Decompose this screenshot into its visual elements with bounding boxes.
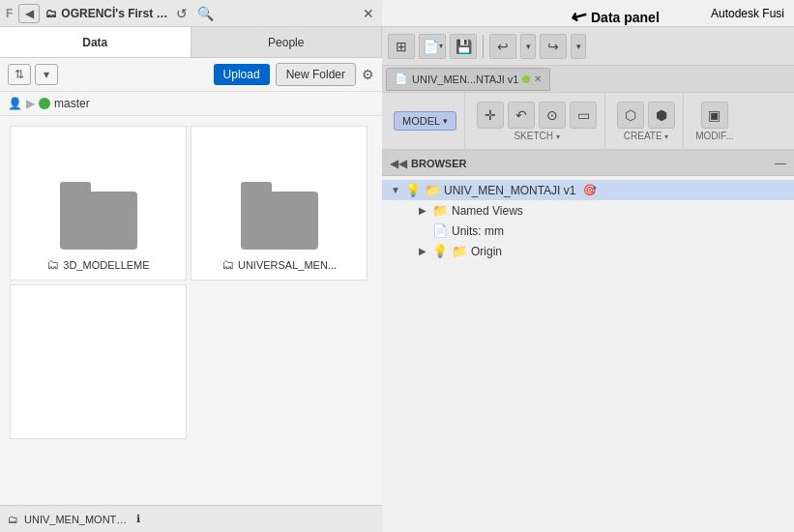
ribbon-group-create: ⬡ ⬢ CREATE ▾ bbox=[609, 93, 684, 149]
close-button[interactable]: ✕ bbox=[361, 4, 376, 23]
toolbar-separator-1 bbox=[483, 35, 484, 58]
left-panel: F ◀ 🗂 OGRENCİ's First … ↺ 🔍 ✕ Data Peopl… bbox=[0, 0, 382, 532]
tab-data[interactable]: Data bbox=[0, 27, 191, 57]
model-label: MODEL bbox=[402, 115, 440, 127]
browser-tree: ▼ 💡 📁 UNIV_MEN_MONTAJI v1 🎯 ▶ 📁 Named Vi… bbox=[382, 176, 794, 532]
target-icon: 🎯 bbox=[583, 184, 597, 196]
file-item-3d[interactable]: 🗂 3D_MODELLEME bbox=[10, 126, 187, 281]
breadcrumb: 🗂 OGRENCİ's First … bbox=[45, 7, 167, 20]
named-views-expand-icon[interactable]: ▶ bbox=[417, 205, 428, 217]
tree-root[interactable]: ▼ 💡 📁 UNIV_MEN_MONTAJI v1 🎯 bbox=[382, 180, 794, 200]
redo-dropdown-button[interactable]: ▾ bbox=[571, 34, 586, 59]
master-label: master bbox=[54, 97, 90, 110]
browser-toggle-button[interactable]: — bbox=[775, 157, 786, 170]
right-tab-row: 📄 UNIV_MEN...NTAJI v1 ✕ bbox=[382, 66, 794, 93]
modify-label: MODIF... bbox=[695, 131, 733, 141]
tree-root-folder-icon: 📁 bbox=[425, 183, 440, 197]
origin-bulb-icon: 💡 bbox=[432, 244, 448, 258]
file-menu-button[interactable]: 📄▾ bbox=[419, 34, 446, 59]
folder-icon-universal bbox=[231, 172, 328, 250]
named-views-label: Named Views bbox=[452, 204, 523, 218]
file-small-icon-universal: 🗂 bbox=[221, 257, 234, 272]
units-doc-icon: 📄 bbox=[432, 223, 448, 238]
tab-people[interactable]: People bbox=[191, 27, 383, 57]
data-panel-overlay: ↗ Data panel bbox=[571, 6, 660, 29]
file-name-3d: 🗂 3D_MODELLEME bbox=[43, 255, 153, 274]
browser-header: ◀◀ BROWSER — bbox=[382, 151, 794, 176]
tree-root-label: UNIV_MEN_MONTAJI v1 bbox=[444, 184, 575, 197]
file-small-icon-3d: 🗂 bbox=[46, 257, 59, 272]
master-separator: ▶ bbox=[26, 97, 35, 110]
tree-item-units[interactable]: 📄 Units: mm bbox=[409, 221, 794, 241]
origin-expand-icon[interactable]: ▶ bbox=[417, 246, 428, 257]
master-status-dot bbox=[39, 98, 50, 109]
master-bar: 👤 ▶ master bbox=[0, 92, 382, 116]
tree-item-named-views[interactable]: ▶ 📁 Named Views bbox=[409, 200, 794, 221]
right-toolbar: ⊞ 📄▾ 💾 ↩ ▾ ↪ ▾ bbox=[382, 27, 794, 66]
sketch-crosshair-button[interactable]: ✛ bbox=[477, 102, 504, 129]
breadcrumb-path: OGRENCİ's First … bbox=[61, 7, 167, 20]
bottom-item: 🗂 UNIV_MEN_MONT… ℹ bbox=[0, 505, 382, 532]
new-folder-button[interactable]: New Folder bbox=[276, 63, 356, 86]
overlay-arrow-icon: ↗ bbox=[566, 3, 592, 31]
create-btn-1[interactable]: ⬡ bbox=[617, 102, 644, 129]
tree-item-origin[interactable]: ▶ 💡 📁 Origin bbox=[409, 241, 794, 261]
ribbon: MODEL ▾ ✛ ↶ ⊙ ▭ SKETCH ▾ ⬡ ⬢ CREATE bbox=[382, 93, 794, 151]
left-toolbar: ⇅ ▾ Upload New Folder ⚙ bbox=[0, 58, 382, 92]
redo-button[interactable]: ↪ bbox=[540, 34, 567, 59]
empty-space bbox=[10, 284, 187, 439]
modify-btn-1[interactable]: ▣ bbox=[701, 102, 728, 129]
create-dropdown-icon: ▾ bbox=[664, 133, 668, 141]
sort-button[interactable]: ⇅ bbox=[8, 64, 31, 85]
named-views-folder-icon: 📁 bbox=[432, 203, 448, 218]
breadcrumb-folder-icon: 🗂 bbox=[45, 7, 57, 20]
refresh-button[interactable]: ↺ bbox=[174, 4, 190, 23]
ribbon-group-modify: ▣ MODIF... bbox=[688, 93, 741, 149]
upload-button[interactable]: Upload bbox=[214, 64, 270, 85]
right-tab-doc-icon: 📄 bbox=[395, 73, 408, 85]
sketch-label: SKETCH ▾ bbox=[514, 131, 559, 141]
overlay-label: Data panel bbox=[591, 10, 660, 25]
tree-root-expand-icon[interactable]: ▼ bbox=[390, 185, 401, 196]
tree-root-bulb-icon: 💡 bbox=[405, 183, 421, 197]
info-icon[interactable]: ℹ bbox=[136, 513, 140, 525]
ribbon-group-model[interactable]: MODEL ▾ bbox=[386, 93, 465, 149]
units-label: Units: mm bbox=[452, 224, 504, 238]
search-button[interactable]: 🔍 bbox=[195, 4, 216, 23]
folder-icon-3d bbox=[50, 172, 147, 250]
right-panel: ➜ Data panel Autodesk Fusi ⊞ 📄▾ 💾 ↩ ▾ ↪ … bbox=[382, 0, 794, 532]
file-label-3d: 3D_MODELLEME bbox=[63, 259, 149, 271]
model-button[interactable]: MODEL ▾ bbox=[394, 111, 456, 131]
create-btn-2[interactable]: ⬢ bbox=[648, 102, 675, 129]
file-item-universal[interactable]: 🗂 UNIVERSAL_MEN... bbox=[191, 126, 368, 281]
grid-view-button[interactable]: ⊞ bbox=[388, 34, 415, 59]
sketch-arc-button[interactable]: ⊙ bbox=[539, 102, 566, 129]
right-tab-close-button[interactable]: ✕ bbox=[534, 74, 542, 84]
tree-children: ▶ 📁 Named Views 📄 Units: mm ▶ 💡 📁 Origin bbox=[382, 200, 794, 261]
app-name: Autodesk Fusi bbox=[711, 7, 784, 20]
undo-dropdown-button[interactable]: ▾ bbox=[520, 34, 536, 59]
ribbon-group-sketch: ✛ ↶ ⊙ ▭ SKETCH ▾ bbox=[469, 93, 605, 149]
sketch-undo-button[interactable]: ↶ bbox=[508, 102, 535, 129]
origin-folder-icon: 📁 bbox=[452, 244, 467, 258]
dropdown-button[interactable]: ▾ bbox=[35, 64, 58, 85]
save-button[interactable]: 💾 bbox=[450, 34, 477, 59]
undo-button[interactable]: ↩ bbox=[489, 34, 516, 59]
master-avatar-icon: 👤 bbox=[8, 97, 22, 110]
right-tab-model[interactable]: 📄 UNIV_MEN...NTAJI v1 ✕ bbox=[386, 68, 550, 91]
file-name-universal: 🗂 UNIVERSAL_MEN... bbox=[218, 255, 340, 274]
file-grid: 🗂 3D_MODELLEME 🗂 UNIVERSAL_MEN... bbox=[0, 116, 382, 505]
sketch-dropdown-icon: ▾ bbox=[556, 133, 560, 141]
browser-collapse-button[interactable]: ◀◀ bbox=[390, 157, 407, 170]
create-label: CREATE ▾ bbox=[624, 131, 669, 141]
sketch-rect-button[interactable]: ▭ bbox=[570, 102, 597, 129]
right-tab-label: UNIV_MEN...NTAJI v1 bbox=[412, 74, 518, 85]
browser-title: BROWSER bbox=[411, 158, 466, 169]
tab-status-dot bbox=[522, 75, 530, 83]
bottom-item-label: UNIV_MEN_MONT… bbox=[24, 514, 127, 525]
app-icon: F bbox=[6, 7, 13, 20]
back-button[interactable]: ◀ bbox=[18, 4, 40, 23]
left-nav-bar: F ◀ 🗂 OGRENCİ's First … ↺ 🔍 ✕ bbox=[0, 0, 382, 27]
tabs-bar: Data People bbox=[0, 27, 382, 58]
gear-button[interactable]: ⚙ bbox=[362, 67, 374, 82]
